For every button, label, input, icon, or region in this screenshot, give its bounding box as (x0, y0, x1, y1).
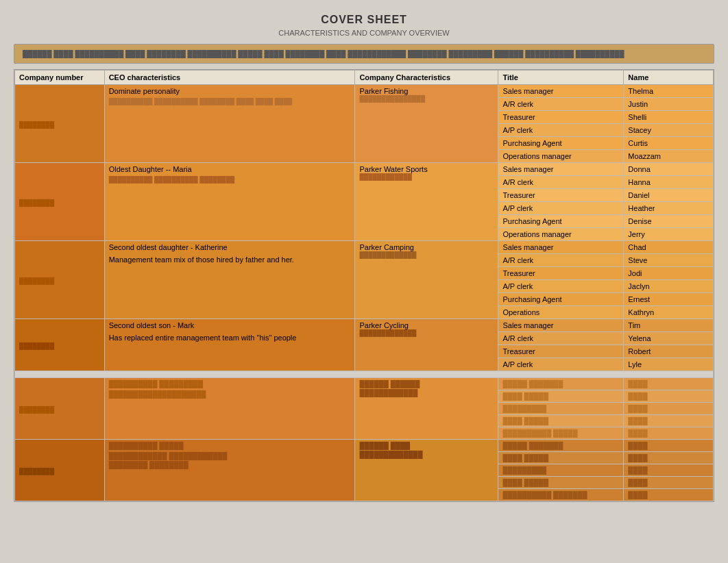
col-header-company-number: Company number (15, 71, 105, 85)
company-number-cell-5: ████████ (15, 378, 105, 440)
name-cell: Moazzam (624, 150, 714, 163)
company-number-cell-4: ████████ (15, 319, 105, 371)
title-cell: Treasurer (498, 267, 624, 280)
info-bar: ██████ ████ ██████████ ████ ████████ ███… (14, 44, 714, 64)
ceo-char-cell-2: Oldest Daughter -- Maria ██████████ ████… (104, 163, 355, 241)
name-cell: Thelma (624, 85, 714, 98)
title-cell: A/P clerk (498, 358, 624, 371)
title-cell: █████ ███████ (498, 440, 624, 452)
ceo-son-detail: Has replaced entire management team with… (109, 334, 351, 342)
name-cell: Justin (624, 98, 714, 111)
name-cell: Yelena (624, 332, 714, 345)
title-cell: A/P clerk (498, 202, 624, 215)
ceo-char-cell-6: ██████████ █████ ████████████ ██████████… (104, 440, 355, 501)
ceo-char-cell-5: ██████████ █████████ ███████████████████… (104, 378, 355, 440)
name-cell: ████ (624, 452, 714, 464)
title-cell: Purchasing Agent (498, 215, 624, 228)
title-cell: █████ ███████ (498, 378, 624, 390)
company-char-cell-1: Parker Fishing ███████████████ (355, 85, 498, 163)
name-cell: Heather (624, 202, 714, 215)
name-cell: ████ (624, 390, 714, 403)
name-cell: Robert (624, 345, 714, 358)
title-cell: Treasurer (498, 111, 624, 124)
name-cell: ████ (624, 440, 714, 452)
company-number-cell-3: ████████ (15, 241, 105, 319)
title-cell: Sales manager (498, 319, 624, 332)
table-row: ████████ Second oldest daughter - Kather… (15, 241, 714, 254)
title-area: COVER SHEET CHARACTERISTICS AND COMPANY … (14, 14, 714, 37)
title-cell: A/R clerk (498, 176, 624, 189)
name-cell: Jerry (624, 228, 714, 241)
company-number-cell-1: ████████ (15, 85, 105, 163)
company-char-label-1: Parker Fishing (359, 87, 494, 95)
title-cell: A/P clerk (498, 124, 624, 137)
name-cell: Steve (624, 254, 714, 267)
name-cell: ████ (624, 378, 714, 390)
company-char-cell-6: ██████ ████ █████████████ (355, 440, 498, 501)
ceo-second-oldest-daughter: Second oldest daughter - Katherine (109, 243, 351, 251)
main-table: Company number CEO characteristics Compa… (14, 70, 714, 501)
name-cell: Ernest (624, 293, 714, 306)
ceo-char-cell-3: Second oldest daughter - Katherine Manag… (104, 241, 355, 319)
ceo-char-cell-1: Dominate personality ██████████ ████████… (104, 85, 355, 163)
title-cell: A/R clerk (498, 254, 624, 267)
title-cell: Sales manager (498, 163, 624, 176)
ceo-second-oldest-son: Second oldest son - Mark (109, 321, 351, 329)
title-cell: Purchasing Agent (498, 137, 624, 150)
name-cell: Daniel (624, 189, 714, 202)
title-cell: A/R clerk (498, 98, 624, 111)
name-cell: Donna (624, 163, 714, 176)
table-row: ████████ ██████████ █████████ ██████████… (15, 378, 714, 390)
company-char-cell-3: Parker Camping █████████████ (355, 241, 498, 319)
name-cell: Shelli (624, 111, 714, 124)
ceo-char-cell-4: Second oldest son - Mark Has replaced en… (104, 319, 355, 371)
company-char-cell-2: Parker Water Sports ████████████ (355, 163, 498, 241)
title-cell: ██████████ ███████ (498, 489, 624, 501)
company-char-cell-4: Parker Cycling █████████████ (355, 319, 498, 371)
name-cell: Kathryn (624, 306, 714, 319)
title-cell: Operations manager (498, 228, 624, 241)
title-cell: Treasurer (498, 345, 624, 358)
name-cell: Denise (624, 215, 714, 228)
col-header-title: Title (498, 71, 624, 85)
page-title: COVER SHEET (14, 14, 714, 26)
spacer-row (15, 371, 714, 378)
title-cell: ████ █████ (498, 452, 624, 464)
name-cell: ████ (624, 427, 714, 440)
table-header-row: Company number CEO characteristics Compa… (15, 71, 714, 85)
main-table-wrapper: Company number CEO characteristics Compa… (14, 69, 714, 502)
name-cell: ████ (624, 489, 714, 501)
col-header-company-char: Company Characteristics (355, 71, 498, 85)
title-cell: Sales manager (498, 85, 624, 98)
title-cell: Purchasing Agent (498, 293, 624, 306)
col-header-name: Name (624, 71, 714, 85)
table-row: ████████ Second oldest son - Mark Has re… (15, 319, 714, 332)
title-cell: ████ █████ (498, 415, 624, 427)
name-cell: ████ (624, 464, 714, 477)
company-char-cell-5: ██████ ██████ ████████████ (355, 378, 498, 440)
name-cell: Jodi (624, 267, 714, 280)
title-cell: Operations manager (498, 150, 624, 163)
name-cell: Lyle (624, 358, 714, 371)
company-number-cell-2: ████████ (15, 163, 105, 241)
name-cell: ████ (624, 403, 714, 415)
page-subtitle: CHARACTERISTICS AND COMPANY OVERVIEW (14, 29, 714, 37)
name-cell: ████ (624, 477, 714, 489)
company-char-label-3: Parker Camping (359, 243, 494, 251)
title-cell: Operations (498, 306, 624, 319)
ceo-oldest-daughter: Oldest Daughter -- Maria (109, 165, 351, 173)
table-row: ████████ Oldest Daughter -- Maria ██████… (15, 163, 714, 176)
info-bar-text: ██████ ████ ██████████ ████ ████████ ███… (23, 50, 624, 58)
name-cell: Tim (624, 319, 714, 332)
name-cell: ████ (624, 415, 714, 427)
company-char-label-2: Parker Water Sports (359, 165, 494, 173)
table-row: ████████ Dominate personality ██████████… (15, 85, 714, 98)
page-wrapper: COVER SHEET CHARACTERISTICS AND COMPANY … (0, 0, 728, 563)
title-cell: █████████ (498, 464, 624, 477)
company-char-label-4: Parker Cycling (359, 321, 494, 329)
title-cell: A/R clerk (498, 332, 624, 345)
company-number-cell-6: ████████ (15, 440, 105, 501)
title-cell: Treasurer (498, 189, 624, 202)
ceo-second-daughter-detail: Management team mix of those hired by fa… (109, 255, 351, 264)
col-header-ceo: CEO characteristics (104, 71, 355, 85)
